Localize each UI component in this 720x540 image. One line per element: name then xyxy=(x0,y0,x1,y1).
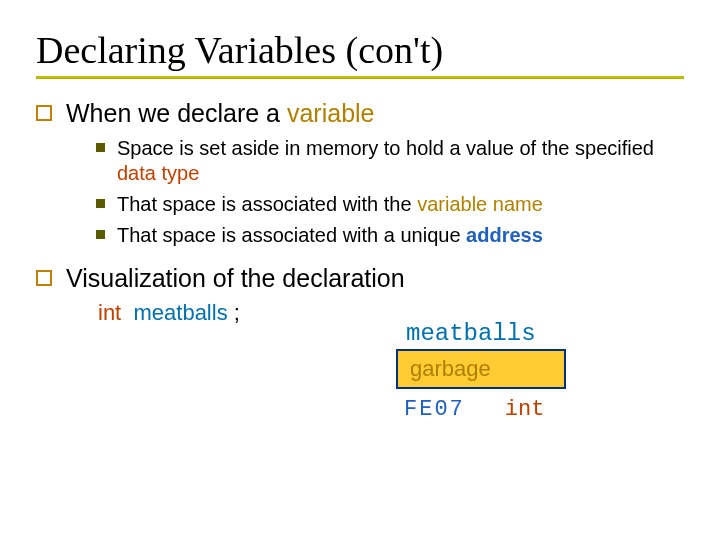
bullet-2-text: Visualization of the declaration xyxy=(66,262,405,295)
solid-square-icon xyxy=(96,143,105,152)
text-fragment: When we declare a xyxy=(66,99,287,127)
sub-bullet-2: That space is associated with the variab… xyxy=(96,192,684,217)
sub-bullet-1-text: Space is set aside in memory to hold a v… xyxy=(117,136,684,186)
slide-title: Declaring Variables (con't) xyxy=(36,28,684,72)
keyword-address: address xyxy=(466,224,543,246)
sub-bullet-3: That space is associated with a unique a… xyxy=(96,223,684,248)
bullet-2: Visualization of the declaration xyxy=(36,262,684,295)
viz-type: int xyxy=(505,397,545,422)
viz-box-value: garbage xyxy=(410,356,491,382)
bullet-1: When we declare a variable xyxy=(36,97,684,130)
decl-semicolon: ; xyxy=(234,300,240,325)
hollow-square-icon xyxy=(36,105,52,121)
sub-bullet-2-text: That space is associated with the variab… xyxy=(117,192,543,217)
title-underline xyxy=(36,76,684,79)
sub-bullet-3-text: That space is associated with a unique a… xyxy=(117,223,543,248)
keyword-datatype: data type xyxy=(117,162,199,184)
solid-square-icon xyxy=(96,199,105,208)
text-fragment: Space is set aside in memory to hold a v… xyxy=(117,137,654,159)
sub-bullets-1: Space is set aside in memory to hold a v… xyxy=(96,136,684,248)
text-fragment: That space is associated with a unique xyxy=(117,224,466,246)
hollow-square-icon xyxy=(36,270,52,286)
text-fragment: That space is associated with the xyxy=(117,193,417,215)
viz-memory-box: garbage xyxy=(396,349,566,389)
keyword-variable: variable xyxy=(287,99,375,127)
sub-bullet-1: Space is set aside in memory to hold a v… xyxy=(96,136,684,186)
viz-var-label: meatballs xyxy=(406,320,666,347)
decl-identifier: meatballs xyxy=(133,300,227,325)
decl-type: int xyxy=(98,300,121,325)
bullet-1-text: When we declare a variable xyxy=(66,97,375,130)
viz-bottom-row: FE07 int xyxy=(404,397,666,422)
keyword-variable-name: variable name xyxy=(417,193,543,215)
solid-square-icon xyxy=(96,230,105,239)
viz-address: FE07 xyxy=(404,397,465,422)
memory-visualization: meatballs garbage FE07 int xyxy=(366,320,666,422)
